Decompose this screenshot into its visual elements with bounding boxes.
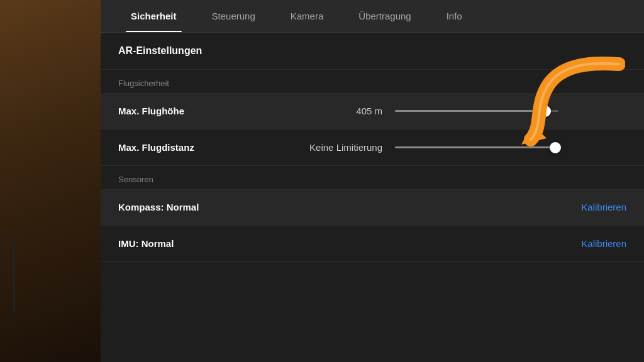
max-flughoehe-thumb[interactable] [540,106,551,117]
max-flugdistanz-slider-container [395,146,626,148]
tab-kamera[interactable]: Kamera [273,0,341,32]
kompass-kalibrieren-button[interactable]: Kalibrieren [581,202,626,212]
content-area: AR-Einstellungen Flugsicherheit Max. Flu… [101,33,644,362]
max-flugdistanz-slider[interactable] [395,146,558,148]
max-flughoehe-slider[interactable] [395,110,558,112]
max-flugdistanz-row: Max. Flugdistanz Keine Limitierung [101,129,644,166]
max-flugdistanz-fill [395,146,555,148]
kompass-label: Kompass: Normal [118,202,294,212]
max-flughoehe-row: Max. Flughöhe 405 m [101,93,644,129]
tab-bar: Sicherheit Steuerung Kamera Übertragung … [101,0,644,33]
kompass-row: Kompass: Normal Kalibrieren [101,189,644,226]
max-flughoehe-label: Max. Flughöhe [118,106,294,116]
tab-info[interactable]: Info [429,0,480,32]
settings-panel: Sicherheit Steuerung Kamera Übertragung … [101,0,644,362]
max-flugdistanz-thumb[interactable] [550,142,561,153]
sensoren-header: Sensoren [101,166,644,189]
ar-label: AR-Einstellungen [118,45,202,56]
max-flugdistanz-value: Keine Limitierung [294,142,395,153]
tab-uebertragung[interactable]: Übertragung [341,0,428,32]
imu-label: IMU: Normal [118,238,294,249]
imu-row: IMU: Normal Kalibrieren [101,226,644,262]
imu-kalibrieren-button[interactable]: Kalibrieren [581,238,626,249]
tab-steuerung[interactable]: Steuerung [194,0,273,32]
max-flugdistanz-label: Max. Flugdistanz [118,142,294,153]
max-flughoehe-slider-container [395,110,626,112]
max-flughoehe-value: 405 m [294,106,395,116]
camera-preview [0,0,101,362]
ar-einstellungen-row: AR-Einstellungen [101,33,644,70]
flugsicherheit-header: Flugsicherheit [101,70,644,93]
max-flughoehe-fill [395,110,545,112]
tab-sicherheit[interactable]: Sicherheit [113,0,194,32]
